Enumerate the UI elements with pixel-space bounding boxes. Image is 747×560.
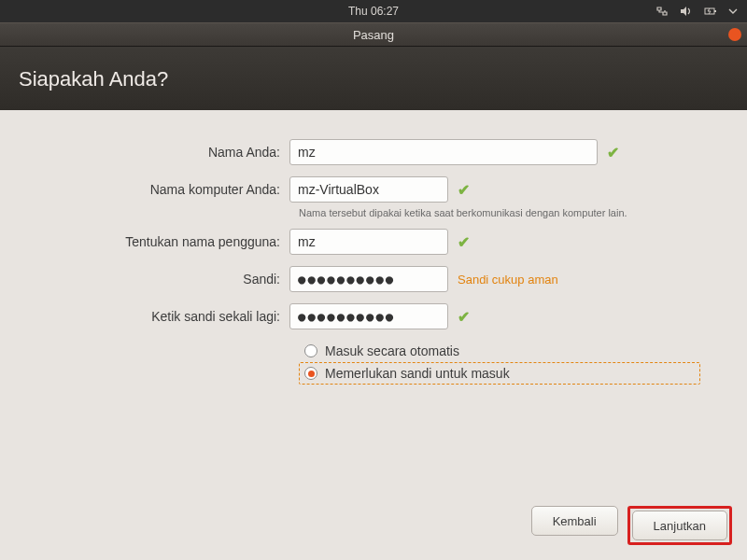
continue-button[interactable]: Lanjutkan <box>632 511 727 540</box>
window-title: Pasang <box>353 28 394 42</box>
row-password: Sandi: Sandi cukup aman <box>37 265 710 293</box>
check-icon: ✔ <box>607 144 619 161</box>
name-input[interactable] <box>289 139 598 165</box>
system-tray <box>655 6 738 17</box>
check-icon: ✔ <box>458 181 470 199</box>
close-icon[interactable] <box>728 28 741 41</box>
user-form: Nama Anda: ✔ Nama komputer Anda: ✔ Nama … <box>0 110 747 403</box>
login-options: Masuk secara otomatis Memerlukan sandi u… <box>299 340 710 385</box>
computer-hint: Nama tersebut dipakai ketika saat berkom… <box>299 207 710 218</box>
password-strength: Sandi cukup aman <box>458 273 558 287</box>
password-label: Sandi: <box>37 272 289 287</box>
option-require-password[interactable]: Memerlukan sandi untuk masuk <box>299 362 700 385</box>
row-confirm: Ketik sandi sekali lagi: ✔ <box>37 302 710 330</box>
computer-input[interactable] <box>289 176 448 203</box>
window-titlebar: Pasang <box>0 22 747 47</box>
highlight-frame: Lanjutkan <box>627 506 732 545</box>
password-input[interactable] <box>289 266 448 292</box>
radio-icon <box>304 344 317 357</box>
check-icon: ✔ <box>458 233 470 251</box>
confirm-input[interactable] <box>289 303 448 329</box>
check-icon: ✔ <box>458 308 470 326</box>
clock: Thu 06:27 <box>348 5 399 18</box>
battery-icon[interactable] <box>704 6 717 17</box>
name-label: Nama Anda: <box>37 145 289 160</box>
option-auto-login[interactable]: Masuk secara otomatis <box>299 340 710 362</box>
username-input[interactable] <box>289 229 448 255</box>
computer-label: Nama komputer Anda: <box>37 182 289 197</box>
option-auto-label: Masuk secara otomatis <box>325 343 459 358</box>
page-heading: Siapakah Anda? <box>0 47 747 110</box>
confirm-label: Ketik sandi sekali lagi: <box>37 309 289 324</box>
footer-buttons: Kembali Lanjutkan <box>531 506 732 545</box>
sound-icon[interactable] <box>680 6 693 17</box>
radio-icon <box>304 367 317 380</box>
page-title: Siapakah Anda? <box>19 67 728 91</box>
row-computer: Nama komputer Anda: ✔ <box>37 175 710 203</box>
row-username: Tentukan nama pengguna: ✔ <box>37 228 710 256</box>
row-name: Nama Anda: ✔ <box>37 138 710 166</box>
option-require-label: Memerlukan sandi untuk masuk <box>325 366 510 381</box>
svg-rect-1 <box>714 10 716 12</box>
back-button[interactable]: Kembali <box>531 506 618 536</box>
dropdown-icon[interactable] <box>728 6 738 17</box>
system-topbar: Thu 06:27 <box>0 0 747 22</box>
username-label: Tentukan nama pengguna: <box>37 234 289 249</box>
network-icon[interactable] <box>655 6 669 17</box>
